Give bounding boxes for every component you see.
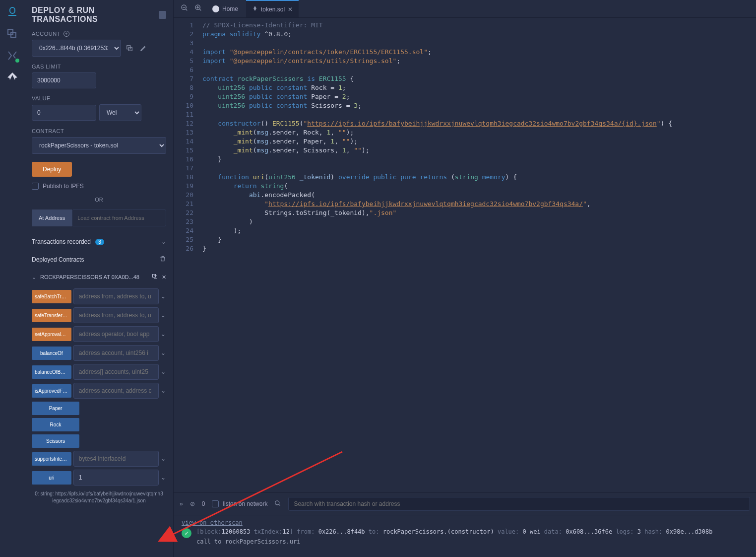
fn-args-input[interactable] xyxy=(73,451,159,467)
load-address-input[interactable] xyxy=(72,209,166,226)
fn-row: balanceOf⌄ xyxy=(32,345,166,361)
fn-row: safeTransferFr...⌄ xyxy=(32,307,166,323)
fn-button[interactable]: safeTransferFr... xyxy=(32,309,71,322)
line-gutter: 1234567891011121314151617181920212223242… xyxy=(174,18,198,492)
chevron-down-icon[interactable]: ⌄ xyxy=(161,474,166,481)
chevron-down-icon[interactable]: ⌄ xyxy=(161,368,166,375)
tx-log-line: [block:12060853 txIndex:12] from: 0x226.… xyxy=(196,528,712,535)
tab-home[interactable]: Home xyxy=(206,0,244,17)
code-content[interactable]: // SPDX-License-Identifier: MITpragma so… xyxy=(198,18,756,492)
close-tab-icon[interactable]: ✕ xyxy=(288,6,293,13)
add-account-icon[interactable]: + xyxy=(63,31,69,37)
zoom-out-icon[interactable] xyxy=(179,2,190,15)
fn-args-input[interactable] xyxy=(73,470,159,486)
fn-args-input[interactable] xyxy=(73,345,159,361)
remix-logo-icon[interactable] xyxy=(6,6,18,18)
terminal: » ⊘ 0 listen on network view on ethersca… xyxy=(174,492,756,557)
copy-address-icon[interactable] xyxy=(152,274,158,280)
chevron-down-icon[interactable]: ⌄ xyxy=(161,293,166,300)
success-icon: ✓ xyxy=(182,528,191,538)
fn-button[interactable]: uri xyxy=(32,471,71,485)
home-icon xyxy=(212,5,219,12)
at-address-button[interactable]: At Address xyxy=(32,209,72,226)
or-label: OR xyxy=(32,197,166,203)
fn-button[interactable]: balanceOfBatch xyxy=(32,365,71,379)
chevron-down-icon[interactable]: ⌄ xyxy=(161,387,166,394)
search-icon[interactable] xyxy=(274,500,281,508)
fn-args-input[interactable] xyxy=(73,383,159,399)
clear-icon[interactable]: ⊘ xyxy=(190,500,195,507)
chevron-down-icon[interactable]: ⌄ xyxy=(161,238,166,245)
contract-instance-row[interactable]: ⌄ ROCKPAPERSCISSORS AT 0XA0D...48 ✕ xyxy=(32,269,166,285)
value-unit-select[interactable]: Wei xyxy=(99,104,141,121)
fn-row: Paper xyxy=(32,402,166,415)
trash-icon[interactable] xyxy=(159,255,166,264)
chevron-down-icon[interactable]: ⌄ xyxy=(161,349,166,356)
deploy-icon[interactable] xyxy=(6,71,18,83)
fn-button[interactable]: isApprovedFor... xyxy=(32,384,71,398)
contract-select[interactable]: rockPaperScissors - token.sol xyxy=(32,137,166,154)
deploy-button[interactable]: Deploy xyxy=(32,162,72,177)
deployed-contracts-row: Deployed Contracts xyxy=(32,250,166,269)
account-select[interactable]: 0x226...8f44b (0.36912533 xyxy=(32,40,121,57)
file-explorer-icon[interactable] xyxy=(6,28,18,40)
fn-button[interactable]: Paper xyxy=(32,402,79,415)
code-editor[interactable]: 1234567891011121314151617181920212223242… xyxy=(174,18,756,492)
fn-args-input[interactable] xyxy=(73,326,159,342)
zoom-in-icon[interactable] xyxy=(192,2,204,15)
chevron-down-icon[interactable]: ⌄ xyxy=(161,312,166,319)
fn-args-input[interactable] xyxy=(73,364,159,380)
etherscan-link[interactable]: view on etherscan xyxy=(182,519,243,526)
svg-point-13 xyxy=(275,500,279,504)
collapse-icon[interactable]: » xyxy=(180,500,183,507)
svg-line-14 xyxy=(279,504,280,505)
fn-button[interactable]: Rock xyxy=(32,418,79,431)
compiler-icon[interactable] xyxy=(6,50,18,62)
copy-account-icon[interactable] xyxy=(124,43,135,54)
gas-input[interactable] xyxy=(32,72,96,88)
iconbar xyxy=(0,0,25,557)
publish-ipfs-row[interactable]: Publish to IPFS xyxy=(32,183,166,190)
chevron-down-icon[interactable]: ⌄ xyxy=(161,455,166,462)
tx-search-input[interactable] xyxy=(288,497,750,511)
listen-checkbox[interactable] xyxy=(212,500,219,507)
call-line: call to rockPaperScissors.uri xyxy=(196,538,712,545)
publish-ipfs-checkbox[interactable] xyxy=(32,183,39,190)
tab-file[interactable]: token.sol ✕ xyxy=(246,0,299,17)
fn-row: uri⌄ xyxy=(32,470,166,486)
deploy-panel: DEPLOY & RUN TRANSACTIONS ACCOUNT + 0x22… xyxy=(25,0,174,557)
tx-count-badge: 3 xyxy=(95,239,104,245)
fn-row: safeBatchTran...⌄ xyxy=(32,288,166,304)
svg-line-12 xyxy=(199,9,201,10)
fn-button[interactable]: Scissors xyxy=(32,434,79,448)
fn-button[interactable]: safeBatchTran... xyxy=(32,290,71,303)
fn-row: balanceOfBatch⌄ xyxy=(32,364,166,380)
value-input[interactable] xyxy=(32,105,96,121)
fn-row: Scissors xyxy=(32,434,166,448)
main-area: Home token.sol ✕ 12345678910111213141516… xyxy=(174,0,756,557)
edit-account-icon[interactable] xyxy=(138,43,149,54)
terminal-toolbar: » ⊘ 0 listen on network xyxy=(174,493,756,515)
account-label: ACCOUNT + xyxy=(32,31,166,37)
function-list: safeBatchTran...⌄safeTransferFr...⌄setAp… xyxy=(32,288,166,486)
chevron-down-icon[interactable]: ⌄ xyxy=(161,331,166,338)
contract-label: CONTRACT xyxy=(32,128,166,134)
uri-result: 0: string: https://ipfs.io/ipfs/bafybeih… xyxy=(32,490,166,504)
gas-label: GAS LIMIT xyxy=(32,64,166,70)
terminal-body[interactable]: view on etherscan ✓ [block:12060853 txIn… xyxy=(174,515,756,557)
fn-button[interactable]: setApprovalFo... xyxy=(32,328,71,341)
chevron-down-icon[interactable]: ⌄ xyxy=(32,274,36,280)
fn-row: setApprovalFo...⌄ xyxy=(32,326,166,342)
pending-count: 0 xyxy=(202,500,205,507)
compile-ok-badge xyxy=(14,58,20,64)
fn-button[interactable]: supportsInterf... xyxy=(32,452,71,466)
close-icon[interactable]: ✕ xyxy=(162,274,166,280)
tx-recorded-row[interactable]: Transactions recorded 3 ⌄ xyxy=(32,233,166,250)
svg-line-8 xyxy=(186,9,187,10)
panel-menu-icon[interactable] xyxy=(159,11,166,19)
fn-args-input[interactable] xyxy=(73,288,159,304)
fn-button[interactable]: balanceOf xyxy=(32,347,71,360)
panel-title: DEPLOY & RUN TRANSACTIONS xyxy=(32,6,166,24)
fn-args-input[interactable] xyxy=(73,307,159,323)
listen-network-toggle[interactable]: listen on network xyxy=(212,500,267,507)
